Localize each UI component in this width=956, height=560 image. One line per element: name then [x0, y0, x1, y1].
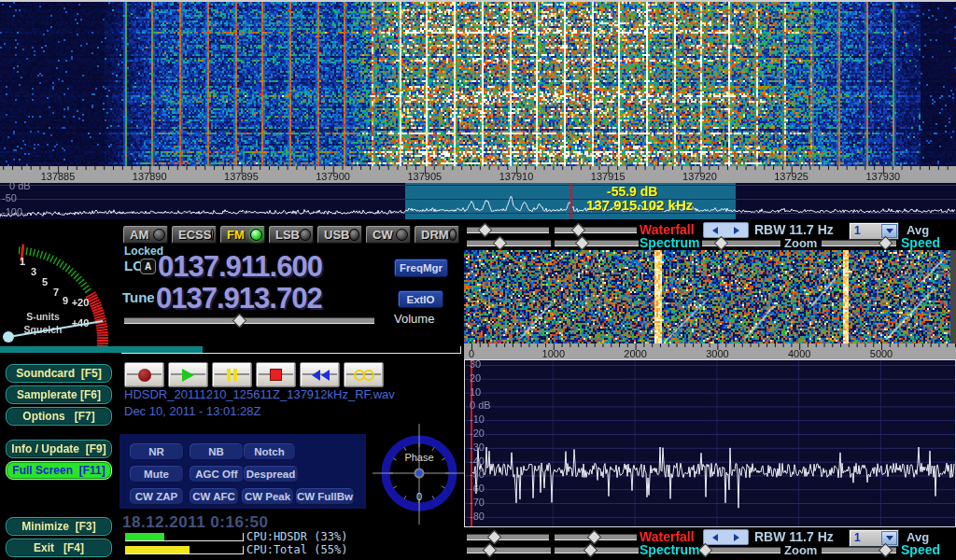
stop-button[interactable] — [256, 362, 296, 387]
lo-frequency-display[interactable]: 0137.911.600 — [158, 250, 322, 284]
spectrum-upper-slider[interactable] — [467, 236, 551, 248]
freqmgr-button[interactable]: FreqMgr — [394, 259, 448, 277]
pause-button[interactable] — [212, 362, 252, 387]
stop-icon — [270, 369, 282, 381]
mode-button-lsb[interactable]: LSB — [268, 225, 315, 245]
mute-button[interactable]: Mute — [129, 465, 184, 483]
audio-db-label: -30 — [470, 441, 485, 453]
audio-db-label: -40 — [470, 455, 485, 467]
tune-frequency-display[interactable]: 0137.913.702 — [156, 282, 322, 315]
spectrum-label-top: Spectrum — [640, 235, 700, 250]
spectrum-lower-slider-bottom[interactable] — [555, 543, 639, 555]
mode-button-usb[interactable]: USB — [316, 225, 363, 245]
info-update-label: Info / Update [F9] — [11, 442, 105, 455]
waterfall-upper-slider[interactable] — [467, 223, 549, 235]
zoom-label-bottom: Zoom — [784, 543, 817, 557]
notch-button[interactable]: Notch — [243, 442, 296, 460]
cursor-frequency-readout: 137.915.102 kHz — [586, 197, 693, 213]
speed-slider-bottom[interactable] — [822, 543, 896, 555]
hdsdr-window: 0 dB -50 -100 -55.9 dB 137.915.102 kHz 1… — [0, 0, 956, 560]
svg-text:1: 1 — [20, 256, 25, 267]
agc-button[interactable]: AGC Off — [189, 465, 245, 483]
volume-slider-track[interactable] — [124, 317, 374, 324]
svg-text:0: 0 — [416, 491, 422, 502]
band-right-arrow-icon[interactable] — [726, 530, 749, 544]
speed-slider-top[interactable] — [822, 236, 896, 248]
slider-thumb[interactable] — [478, 223, 493, 238]
volume-slider-thumb[interactable] — [232, 314, 247, 329]
soundcard-button[interactable]: Soundcard [F5] — [6, 364, 112, 383]
slider-thumb[interactable] — [879, 543, 893, 558]
spectrum-lower-slider[interactable] — [555, 236, 639, 248]
tune-marker-line[interactable] — [570, 183, 572, 219]
despread-button[interactable]: Despread — [243, 465, 299, 483]
s-meter[interactable]: 13579+20+40S-unitsSquelch — [0, 224, 120, 353]
slider-thumb[interactable] — [493, 236, 508, 251]
rf-waterfall-display[interactable] — [0, 2, 956, 166]
audio-db-label: -80 — [470, 511, 485, 522]
tune-label: Tune — [122, 289, 155, 305]
extio-button[interactable]: ExtIO — [398, 290, 443, 308]
audio-spectrum-display[interactable]: 3020100 dB-10-20-30-40-50-60-70-80 — [464, 359, 956, 527]
exit-button[interactable]: Exit [F4] — [6, 539, 112, 557]
rf-spectrum-display[interactable]: 0 dB -50 -100 -55.9 dB 137.915.102 kHz — [0, 183, 956, 219]
cw-zap-button[interactable]: CW ZAP — [129, 487, 184, 505]
info-update-button[interactable]: Info / Update [F9] — [6, 440, 112, 458]
fullscreen-button[interactable]: Full Screen [F11] — [6, 461, 112, 480]
mode-button-drm[interactable]: DRM — [414, 225, 460, 245]
cw-peak-button[interactable]: CW Peak — [241, 487, 294, 505]
mode-button-am[interactable]: AM — [122, 225, 169, 245]
zoom-label-top: Zoom — [784, 236, 817, 250]
mode-led-icon — [300, 229, 311, 241]
band-left-arrow-icon[interactable] — [704, 223, 726, 237]
mode-led-icon — [396, 229, 408, 241]
zoom-slider-top[interactable] — [702, 236, 780, 248]
playback-progress-track[interactable] — [121, 353, 461, 354]
loop-button[interactable] — [344, 362, 384, 387]
waterfall-lower-slider-bottom[interactable] — [555, 530, 637, 542]
slider-thumb[interactable] — [879, 236, 893, 251]
band-left-arrow-icon[interactable] — [704, 530, 726, 544]
samplerate-button[interactable]: Samplerate [F6] — [6, 385, 112, 404]
nr-button[interactable]: NR — [129, 442, 184, 460]
slider-thumb[interactable] — [698, 543, 713, 558]
cw-afc-button[interactable]: CW AFC — [189, 487, 239, 505]
slider-thumb[interactable] — [714, 236, 729, 251]
mode-label-fm: FM — [227, 228, 245, 242]
audio-waterfall-display[interactable] — [464, 250, 956, 343]
spectrum-upper-slider-bottom[interactable] — [467, 543, 551, 555]
rewind-icon — [311, 370, 330, 381]
volume-slider[interactable] — [124, 314, 374, 326]
rf-frequency-ruler[interactable] — [0, 166, 956, 183]
minimize-button[interactable]: Minimize [F3] — [6, 517, 112, 536]
audio-db-label: -20 — [470, 427, 485, 439]
mode-led-icon — [211, 229, 214, 241]
play-button[interactable] — [168, 362, 208, 387]
options-button[interactable]: Options [F7] — [6, 407, 112, 426]
slider-thumb[interactable] — [587, 530, 602, 545]
audio-frequency-ruler[interactable] — [464, 343, 956, 359]
waterfall-lower-slider[interactable] — [555, 223, 637, 235]
transport-bar — [124, 362, 384, 387]
mode-button-cw[interactable]: CW — [365, 225, 412, 245]
rbw-label-bottom: RBW 11.7 Hz — [754, 529, 834, 544]
mode-button-ecss[interactable]: ECSS — [171, 225, 218, 245]
mode-button-row: AM ECSS FM LSB USB CW DRM — [122, 225, 460, 245]
slider-thumb[interactable] — [483, 543, 498, 558]
cw-fullbw-button[interactable]: CW FullBw — [295, 487, 355, 505]
slider-thumb[interactable] — [583, 543, 598, 558]
rf-db-label-100: -100 — [2, 206, 22, 217]
band-right-arrow-icon[interactable] — [726, 223, 749, 237]
lo-auto-button[interactable]: A — [140, 259, 156, 274]
zoom-slider-bottom[interactable] — [702, 543, 780, 555]
waterfall-upper-slider-bottom[interactable] — [467, 530, 549, 542]
slider-thumb[interactable] — [575, 236, 590, 251]
mode-button-fm[interactable]: FM — [219, 225, 266, 245]
soundcard-label: Soundcard [F5] — [16, 367, 101, 380]
rewind-button[interactable] — [300, 362, 340, 387]
slider-thumb[interactable] — [570, 223, 585, 238]
nb-button[interactable]: NB — [189, 442, 244, 460]
record-button[interactable] — [124, 362, 164, 387]
audio-db-label: -10 — [470, 413, 485, 425]
playback-progress-bar[interactable] — [0, 346, 203, 353]
